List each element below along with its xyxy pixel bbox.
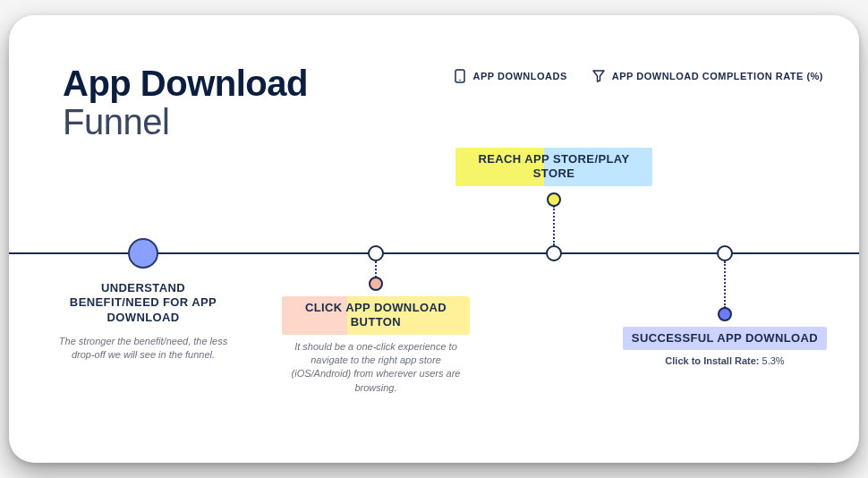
metric-value: 5.3% bbox=[762, 355, 785, 366]
step-reach-label: REACH APP STORE/PLAY STORE bbox=[455, 148, 652, 186]
page-title: App Download Funnel bbox=[63, 64, 308, 141]
connector-success bbox=[724, 261, 726, 308]
step-understand-desc: The stronger the benefit/need, the less … bbox=[49, 335, 237, 363]
marker-click bbox=[369, 277, 383, 291]
svg-point-1 bbox=[460, 80, 462, 81]
node-understand bbox=[128, 238, 158, 269]
funnel-icon bbox=[592, 70, 605, 82]
title-line2: Funnel bbox=[63, 102, 308, 141]
marker-success bbox=[718, 307, 732, 321]
step-success-metric: Click to Install Rate: 5.3% bbox=[617, 355, 832, 366]
connector-click bbox=[375, 261, 377, 277]
step-click: CLICK APP DOWNLOAD BUTTON It should be a… bbox=[282, 296, 470, 395]
step-understand-label: UNDERSTAND BENEFIT/NEED FOR APP DOWNLOAD bbox=[49, 277, 237, 329]
connector-reach bbox=[553, 206, 555, 245]
node-success bbox=[717, 245, 733, 261]
metrics-legend: APP DOWNLOADS APP DOWNLOAD COMPLETION RA… bbox=[455, 69, 823, 83]
phone-icon bbox=[455, 69, 465, 83]
metric-name: Click to Install Rate: bbox=[665, 355, 759, 366]
title-line1: App Download bbox=[63, 64, 308, 102]
step-success-label: SUCCESSFUL APP DOWNLOAD bbox=[623, 327, 827, 350]
funnel-card: App Download Funnel APP DOWNLOADS APP DO… bbox=[9, 15, 859, 463]
metric-downloads-label: APP DOWNLOADS bbox=[472, 71, 566, 81]
marker-reach bbox=[547, 192, 561, 207]
metric-completion-label: APP DOWNLOAD COMPLETION RATE (%) bbox=[612, 71, 823, 81]
step-click-label: CLICK APP DOWNLOAD BUTTON bbox=[282, 296, 470, 335]
step-success: SUCCESSFUL APP DOWNLOAD Click to Install… bbox=[617, 327, 832, 366]
step-click-desc: It should be a one-click experience to n… bbox=[282, 340, 470, 396]
node-click bbox=[368, 245, 384, 261]
step-reach: REACH APP STORE/PLAY STORE bbox=[455, 148, 652, 186]
metric-app-downloads: APP DOWNLOADS bbox=[455, 69, 566, 83]
step-understand: UNDERSTAND BENEFIT/NEED FOR APP DOWNLOAD… bbox=[49, 277, 237, 363]
node-reach bbox=[546, 245, 562, 261]
metric-completion-rate: APP DOWNLOAD COMPLETION RATE (%) bbox=[592, 70, 823, 82]
